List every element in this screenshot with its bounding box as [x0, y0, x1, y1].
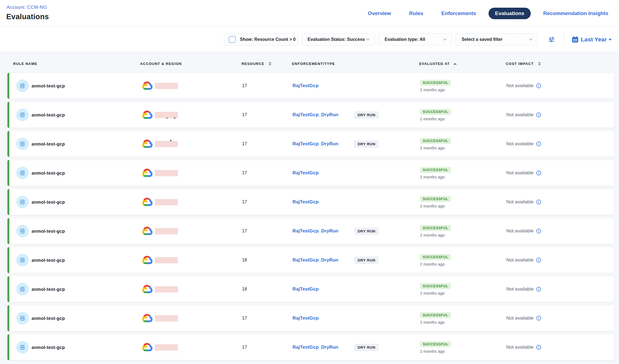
- enforcement-link[interactable]: RajTestGcp_DryRun: [293, 257, 338, 263]
- rule-icon: [16, 254, 29, 266]
- checkbox[interactable]: [229, 36, 236, 43]
- status-accent-bar: [7, 189, 9, 215]
- info-icon[interactable]: [536, 200, 541, 204]
- cost-impact-value: Not available: [506, 141, 534, 147]
- enforcement-link[interactable]: RajTestGcp: [293, 315, 319, 321]
- status-badge: SUCCESSFUL: [420, 109, 451, 115]
- status-badge: SUCCESSFUL: [420, 341, 451, 347]
- evaluated-time: 2 months ago: [420, 320, 445, 325]
- status-accent-bar: [7, 247, 9, 273]
- enforcement-link[interactable]: RajTestGcp: [293, 286, 319, 292]
- info-icon[interactable]: [536, 112, 541, 117]
- sort-ascending-icon[interactable]: [453, 62, 457, 65]
- gcp-logo-icon: [141, 197, 153, 207]
- status-accent-bar: [7, 160, 9, 186]
- page-header: Account: CCM-NG Evaluations Overview Rul…: [0, 0, 619, 27]
- redacted-account-name: [155, 315, 178, 322]
- column-header-evaluated-at[interactable]: EVALUATED AT: [419, 62, 506, 66]
- chevron-down-icon: [528, 37, 533, 42]
- rule-icon: [16, 79, 29, 92]
- enforcement-link[interactable]: RajTestGcp: [293, 170, 319, 176]
- gcp-logo-icon: [141, 343, 153, 352]
- evaluation-type-dropdown[interactable]: Evaluation type: All: [379, 33, 452, 46]
- info-icon[interactable]: [536, 170, 541, 175]
- status-accent-bar: [7, 334, 9, 360]
- rule-name: anmol-test-gcp: [32, 170, 65, 176]
- redacted-account-name: [155, 257, 178, 263]
- status-accent-bar: [7, 73, 9, 99]
- table-row[interactable]: anmol-test-gcp 18 RajTestGcp SUCCESSFUL …: [7, 276, 614, 302]
- evaluated-time: 2 months ago: [420, 291, 445, 295]
- status-accent-bar: [7, 276, 9, 302]
- status-accent-bar: [7, 218, 9, 244]
- tab-overview[interactable]: Overview: [368, 10, 391, 16]
- rule-icon: [16, 167, 29, 179]
- gcp-logo-icon: [141, 314, 153, 323]
- chevron-down-icon: [442, 37, 447, 42]
- table-row[interactable]: anmol-test-gcp 17 RajTestGcp SUCCESSFUL …: [7, 305, 614, 331]
- sort-icon[interactable]: [537, 61, 542, 66]
- table-row[interactable]: anmol-test-gcp 17 RajTestGcp SUCCESSFUL …: [7, 160, 614, 186]
- table-row[interactable]: anmol-test-gcp 17 RajTestGcp_DryRun DRY …: [7, 102, 614, 128]
- sort-icon[interactable]: [268, 61, 272, 66]
- gcp-logo-icon: [141, 285, 153, 294]
- table-row[interactable]: anmol-test-gcp 17 RajTestGcp_DryRun DRY …: [7, 218, 614, 244]
- info-icon[interactable]: [536, 83, 541, 88]
- chevron-down-icon: [365, 37, 370, 42]
- column-header-resource[interactable]: RESOURCE: [242, 61, 292, 66]
- cost-impact-value: Not available: [506, 83, 534, 89]
- redacted-account-name: [155, 170, 178, 176]
- table-row[interactable]: anmol-test-gcp 17 RajTestGcp_DryRun DRY …: [7, 334, 614, 360]
- show-resource-count-toggle[interactable]: Show: Resource Count > 0: [224, 33, 298, 46]
- dry-run-badge: DRY RUN: [354, 228, 379, 235]
- filter-settings-button[interactable]: [546, 33, 558, 46]
- enforcement-link[interactable]: RajTestGcp: [293, 199, 319, 205]
- resource-count: 17: [242, 170, 247, 175]
- enforcement-link[interactable]: RajTestGcp_DryRun: [293, 112, 338, 118]
- redacted-account-name: [155, 344, 178, 351]
- page-title: Evaluations: [6, 13, 49, 21]
- enforcement-link[interactable]: RajTestGcp: [293, 83, 319, 89]
- cost-impact-value: Not available: [506, 228, 534, 234]
- status-accent-bar: [7, 305, 9, 331]
- status-badge: SUCCESSFUL: [420, 80, 451, 86]
- date-range-picker[interactable]: Last Year: [572, 36, 612, 43]
- saved-filter-dropdown[interactable]: Select a saved filter: [456, 33, 538, 46]
- tab-recommendation-insights[interactable]: Recommendation Insights: [543, 10, 608, 16]
- info-icon[interactable]: [536, 345, 541, 350]
- status-badge: SUCCESSFUL: [420, 167, 451, 173]
- tab-evaluations[interactable]: Evaluations: [489, 8, 531, 19]
- rule-icon: [16, 283, 29, 295]
- rule-name: anmol-test-gcp: [32, 83, 65, 89]
- tab-enforcements[interactable]: Enforcements: [441, 10, 476, 16]
- info-icon[interactable]: [536, 287, 541, 292]
- gcp-logo-icon: [141, 168, 153, 178]
- resource-count: 17: [242, 141, 247, 146]
- enforcement-link[interactable]: RajTestGcp_DryRun: [293, 345, 338, 350]
- evaluation-status-dropdown[interactable]: Evaluation Status: Success: [302, 33, 375, 46]
- rule-name: anmol-test-gcp: [32, 141, 65, 147]
- caret-down-icon: [608, 38, 612, 41]
- account-breadcrumb[interactable]: Account: CCM-NG: [7, 5, 47, 10]
- info-icon[interactable]: [536, 141, 541, 146]
- tab-rules[interactable]: Rules: [409, 10, 423, 16]
- info-icon[interactable]: [536, 316, 541, 321]
- cost-impact-value: Not available: [506, 170, 534, 176]
- resource-count: 17: [242, 316, 247, 321]
- table-row[interactable]: anmol-test-gcp 17 RajTestGcp SUCCESSFUL …: [7, 73, 614, 99]
- enforcement-link[interactable]: RajTestGcp_DryRun: [293, 141, 338, 147]
- table-row[interactable]: anmol-test-gcp 18 RajTestGcp_DryRun DRY …: [7, 247, 614, 273]
- column-header-account-region: ACCOUNT & REGION: [140, 62, 242, 66]
- table-row[interactable]: anmol-test-gcp 17 RajTestGcp_DryRun DRY …: [7, 131, 614, 157]
- column-header-rule-name: RULE NAME: [7, 62, 140, 66]
- status-accent-bar: [7, 131, 9, 157]
- enforcement-link[interactable]: RajTestGcp_DryRun: [293, 228, 338, 234]
- sliders-icon: [549, 36, 555, 43]
- table-row[interactable]: anmol-test-gcp 17 RajTestGcp SUCCESSFUL …: [7, 189, 614, 215]
- info-icon[interactable]: [536, 229, 541, 234]
- filter-bar: Show: Resource Count > 0 Evaluation Stat…: [0, 27, 619, 51]
- column-header-cost-impact[interactable]: COST IMPACT: [506, 61, 614, 66]
- evaluations-table: RULE NAME ACCOUNT & REGION RESOURCE ENFO…: [0, 51, 619, 364]
- info-icon[interactable]: [536, 258, 541, 263]
- resource-count: 17: [242, 229, 247, 234]
